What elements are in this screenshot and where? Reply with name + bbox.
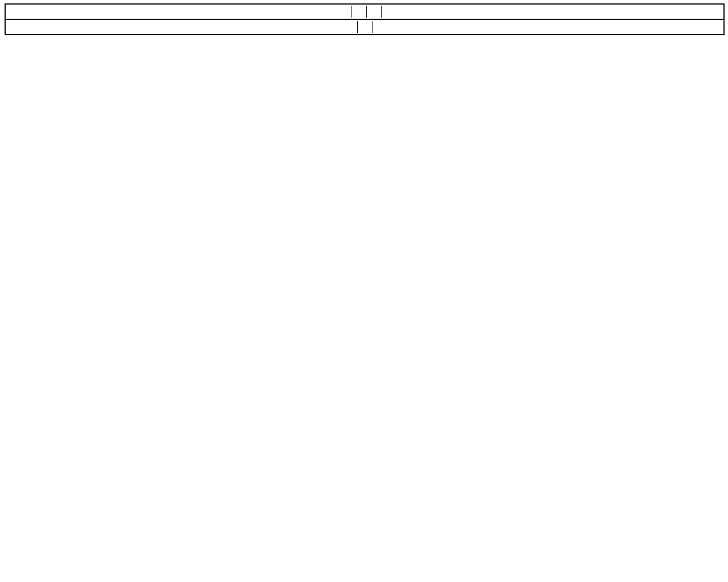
meteogram-canvas [0, 0, 728, 582]
meteogram-page [0, 0, 728, 582]
